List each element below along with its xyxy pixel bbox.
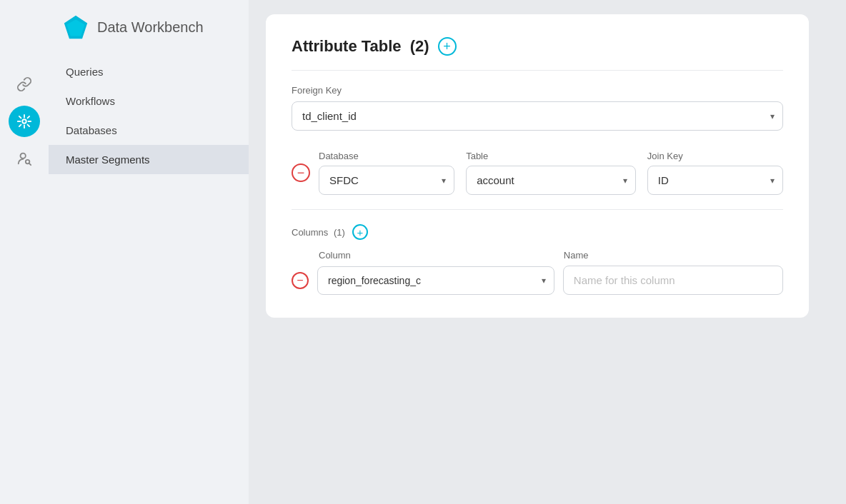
column-name-input[interactable] (563, 266, 783, 295)
column-name-group (563, 266, 783, 295)
nav-item-master-segments[interactable]: Master Segments (49, 145, 249, 174)
nav-items: Queries Workflows Databases Master Segme… (49, 57, 249, 174)
columns-label: Columns (1) (292, 227, 345, 238)
icon-segments[interactable] (9, 106, 40, 137)
app-header: Data Workbench (49, 14, 249, 57)
database-label: Database (319, 151, 454, 161)
join-key-field-group: Join Key ID ▾ (647, 151, 783, 195)
app-logo (63, 14, 89, 40)
column-row: − region_forecasting_c ▾ (292, 266, 783, 295)
join-key-select-wrapper: ID ▾ (647, 166, 783, 195)
nav-item-workflows[interactable]: Workflows (49, 86, 249, 116)
app-title: Data Workbench (97, 19, 204, 36)
foreign-key-select[interactable]: td_client_id (292, 101, 783, 131)
divider (292, 209, 783, 210)
join-fields-grid: Database SFDC ▾ Table account ▾ (319, 151, 783, 195)
foreign-key-label: Foreign Key (292, 85, 783, 96)
database-select[interactable]: SFDC (319, 166, 454, 195)
columns-header: Columns (1) + (292, 224, 783, 240)
left-nav: Data Workbench Queries Workflows Databas… (49, 0, 249, 504)
column-field-labels: Column Name (319, 248, 783, 261)
icon-sidebar (0, 0, 49, 504)
table-label: Table (466, 151, 636, 161)
foreign-key-section: Foreign Key td_client_id ▾ (292, 85, 783, 131)
card-title: Attribute Table (2) (292, 37, 429, 56)
column-select[interactable]: region_forecasting_c (317, 266, 554, 295)
svg-point-0 (22, 119, 26, 124)
column-name-label: Name (564, 250, 589, 261)
table-select[interactable]: account (466, 166, 636, 195)
card-header: Attribute Table (2) + (292, 37, 783, 71)
column-select-group: region_forecasting_c ▾ (317, 266, 554, 295)
column-select-wrapper: region_forecasting_c ▾ (317, 266, 554, 295)
database-select-wrapper: SFDC ▾ (319, 166, 454, 195)
columns-section: Columns (1) + Column Name − (292, 224, 783, 295)
foreign-key-select-wrapper: td_client_id ▾ (292, 101, 783, 131)
svg-point-1 (21, 153, 26, 158)
main-content: Attribute Table (2) + Foreign Key td_cli… (249, 0, 846, 504)
icon-link[interactable] (9, 69, 40, 100)
database-field-group: Database SFDC ▾ (319, 151, 454, 195)
remove-column-button[interactable]: − (292, 272, 309, 289)
icon-person-search[interactable] (9, 143, 40, 174)
nav-item-databases[interactable]: Databases (49, 116, 249, 145)
join-row: − Database SFDC ▾ Table account (292, 151, 783, 195)
nav-item-queries[interactable]: Queries (49, 57, 249, 86)
join-key-label: Join Key (647, 151, 783, 161)
attribute-table-card: Attribute Table (2) + Foreign Key td_cli… (266, 14, 809, 318)
remove-join-button[interactable]: − (292, 163, 310, 182)
add-attribute-button[interactable]: + (438, 37, 457, 56)
add-column-button[interactable]: + (352, 224, 368, 240)
column-col-label: Column (319, 250, 351, 261)
table-field-group: Table account ▾ (466, 151, 636, 195)
table-select-wrapper: account ▾ (466, 166, 636, 195)
join-key-select[interactable]: ID (647, 166, 783, 195)
